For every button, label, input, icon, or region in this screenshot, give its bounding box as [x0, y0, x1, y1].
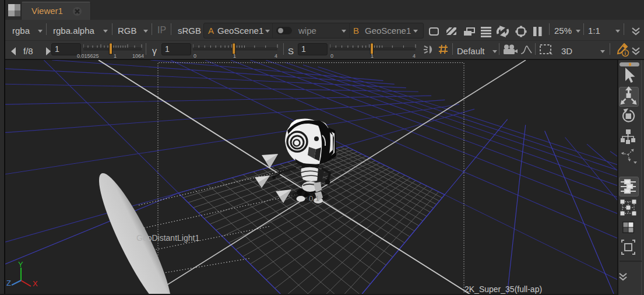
svg-text:0.1: 0.1: [309, 194, 319, 203]
svg-text:X: X: [33, 279, 38, 288]
svg-text:GeoDistantLight1: GeoDistantLight1: [136, 233, 199, 243]
svg-text:Z: Z: [6, 279, 11, 287]
svg-text:Y: Y: [18, 260, 23, 269]
svg-text:2K_Super_35(full-ap): 2K_Super_35(full-ap): [464, 285, 542, 294]
